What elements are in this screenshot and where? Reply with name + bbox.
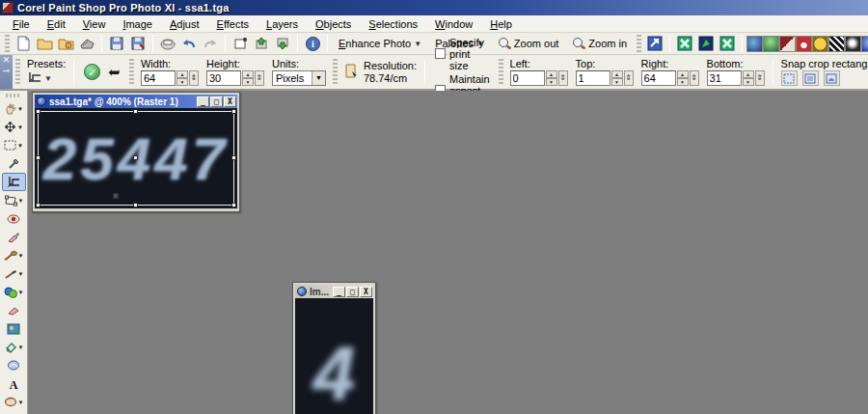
titlebar[interactable]: Corel Paint Shop Pro Photo XI - ssa1.tga: [0, 0, 868, 15]
crop-rectangle[interactable]: [38, 111, 234, 206]
toolbar-grip[interactable]: [5, 35, 10, 52]
pushpin-icon[interactable]: ⊸: [3, 67, 11, 75]
snap-merged-opaque-button[interactable]: [802, 70, 819, 86]
bottom-input[interactable]: [707, 70, 742, 86]
minimize-button[interactable]: _: [197, 97, 209, 107]
color-changer-tool-button[interactable]: ▼: [2, 283, 26, 301]
height-input[interactable]: [206, 70, 241, 86]
new-button[interactable]: [13, 34, 34, 54]
sparkle-effect-icon[interactable]: [845, 36, 861, 52]
preset-shape-tool-button[interactable]: ▼: [2, 393, 26, 411]
crop-handle-s[interactable]: [133, 203, 138, 207]
toolbar-grip[interactable]: [637, 35, 641, 52]
page-curl-effect-icon[interactable]: [796, 36, 812, 52]
image-window-2-titlebar[interactable]: Im... _ □ X: [295, 285, 373, 298]
image-window-ssa1[interactable]: ssa1.tga* @ 400% (Raster 1) _ □ X 25447: [32, 92, 240, 212]
selection-tool-button[interactable]: ▼: [2, 136, 26, 154]
duplicate-window-button[interactable]: [230, 34, 251, 54]
save-as-button[interactable]: [127, 34, 149, 54]
specify-print-size-checkbox[interactable]: Specify print size: [435, 37, 490, 71]
crop-handle-center[interactable]: [133, 155, 138, 160]
crop-handle-e[interactable]: [231, 155, 236, 160]
left-spinner[interactable]: ▲▼: [546, 70, 557, 86]
menu-edit[interactable]: Edit: [39, 17, 74, 31]
crop-tool-button[interactable]: [2, 173, 26, 191]
print-button[interactable]: [157, 34, 178, 54]
image-canvas-2[interactable]: 4: [295, 298, 373, 414]
undo-button[interactable]: [178, 34, 200, 54]
red-eye-tool-button[interactable]: [2, 209, 26, 228]
menu-file[interactable]: File: [4, 17, 39, 31]
clear-button[interactable]: ➥: [108, 64, 121, 81]
mesh-effect-icon[interactable]: [828, 36, 845, 52]
script-record-button[interactable]: [717, 34, 738, 54]
export-button[interactable]: [272, 34, 293, 54]
menu-selections[interactable]: Selections: [360, 17, 426, 31]
clone-brush-tool-button[interactable]: ▼: [2, 246, 26, 264]
maximize-button[interactable]: □: [346, 287, 359, 297]
bottom-slider-button[interactable]: ⇕: [755, 70, 765, 86]
picture-tube-tool-button[interactable]: [2, 319, 26, 338]
lighten-darken-tool-button[interactable]: [2, 356, 26, 374]
right-slider-button[interactable]: ⇕: [690, 70, 699, 86]
units-dropdown[interactable]: Pixels ▼: [272, 70, 326, 86]
image-canvas[interactable]: 25447: [35, 108, 237, 208]
crop-handle-nw[interactable]: [36, 109, 41, 114]
menu-window[interactable]: Window: [426, 17, 481, 31]
menu-adjust[interactable]: Adjust: [161, 17, 208, 31]
script-run-button[interactable]: [674, 34, 695, 54]
menu-layers[interactable]: Layers: [258, 17, 307, 31]
palette-grip[interactable]: [15, 59, 20, 86]
top-input[interactable]: [576, 70, 610, 86]
crop-pivot-point[interactable]: [113, 193, 119, 199]
height-spinner[interactable]: ▲▼: [242, 70, 254, 86]
right-input[interactable]: [641, 70, 676, 86]
minimize-button[interactable]: _: [333, 287, 345, 297]
snap-layer-opaque-button[interactable]: [781, 70, 798, 86]
crop-handle-w[interactable]: [36, 155, 41, 160]
tools-grip[interactable]: [6, 94, 21, 97]
paint-brush-tool-button[interactable]: ▼: [2, 264, 26, 283]
redo-button[interactable]: [200, 34, 221, 54]
save-button[interactable]: [106, 34, 127, 54]
open-button[interactable]: [34, 34, 55, 54]
image-window-2[interactable]: Im... _ □ X 4: [292, 282, 376, 414]
palette-grip[interactable]: [333, 59, 338, 86]
info-button[interactable]: i: [302, 34, 323, 54]
palette-grip[interactable]: [499, 59, 503, 86]
close-button[interactable]: X: [360, 287, 372, 297]
import-button[interactable]: [251, 34, 272, 54]
maximize-button[interactable]: □: [210, 97, 223, 107]
screen-capture-button[interactable]: [644, 34, 665, 54]
makeover-tool-button[interactable]: [2, 228, 26, 246]
eraser-tool-button[interactable]: [2, 301, 26, 319]
crop-handle-se[interactable]: [231, 203, 236, 207]
browse-button[interactable]: [55, 34, 76, 54]
bottom-spinner[interactable]: ▲▼: [743, 70, 754, 86]
straighten-tool-button[interactable]: ▼: [2, 191, 26, 209]
flood-fill-tool-button[interactable]: ▼: [2, 338, 26, 356]
crop-preset-icon[interactable]: [27, 70, 43, 87]
height-slider-button[interactable]: ⇕: [255, 70, 264, 86]
crop-handle-ne[interactable]: [231, 109, 236, 114]
text-tool-button[interactable]: A: [2, 374, 26, 393]
image-window-titlebar[interactable]: ssa1.tga* @ 400% (Raster 1) _ □ X: [35, 95, 237, 108]
apply-button[interactable]: ✓: [84, 64, 100, 80]
snap-selection-button[interactable]: [824, 70, 840, 86]
move-tool-button[interactable]: ▼: [2, 118, 26, 136]
zoom-out-button[interactable]: Zoom out: [491, 34, 565, 54]
width-slider-button[interactable]: ⇕: [189, 70, 199, 86]
top-slider-button[interactable]: ⇕: [624, 70, 634, 86]
copyright-effect-icon[interactable]: [812, 36, 828, 52]
menu-help[interactable]: Help: [481, 17, 521, 31]
chevron-down-icon[interactable]: ▼: [44, 74, 52, 83]
sphere-effect-icon[interactable]: [763, 36, 779, 52]
right-spinner[interactable]: ▲▼: [677, 70, 689, 86]
crop-handle-n[interactable]: [133, 109, 138, 114]
pan-tool-button[interactable]: ▼: [2, 99, 26, 118]
menu-effects[interactable]: Effects: [208, 17, 258, 31]
width-input[interactable]: [141, 70, 176, 86]
close-icon[interactable]: ✕: [3, 56, 11, 65]
top-spinner[interactable]: ▲▼: [611, 70, 623, 86]
menu-image[interactable]: Image: [114, 17, 161, 31]
